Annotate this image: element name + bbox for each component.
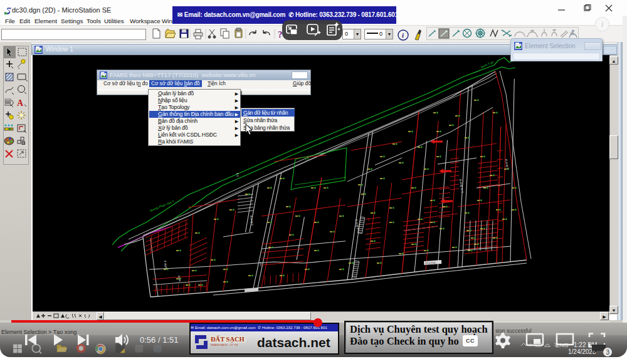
svg-text:i: i <box>402 31 404 39</box>
svg-text:kenh: kenh <box>177 275 181 282</box>
svg-text:duong 5: duong 5 <box>505 159 509 169</box>
svg-text:d6: d6 <box>367 217 371 221</box>
svg-text:A: A <box>17 98 24 108</box>
svg-text:DUONG: DUONG <box>425 261 436 265</box>
svg-text:d.ngo5: d.ngo5 <box>164 260 168 269</box>
svg-text:duong b: duong b <box>250 215 254 226</box>
svg-text:duong Phan Van T: duong Phan Van T <box>149 199 174 212</box>
svg-text:d.b: d.b <box>236 172 240 177</box>
svg-text:duong so 8: duong so 8 <box>459 179 464 193</box>
svg-text:ds2: ds2 <box>259 261 263 267</box>
svg-text:3: 3 <box>606 349 610 356</box>
